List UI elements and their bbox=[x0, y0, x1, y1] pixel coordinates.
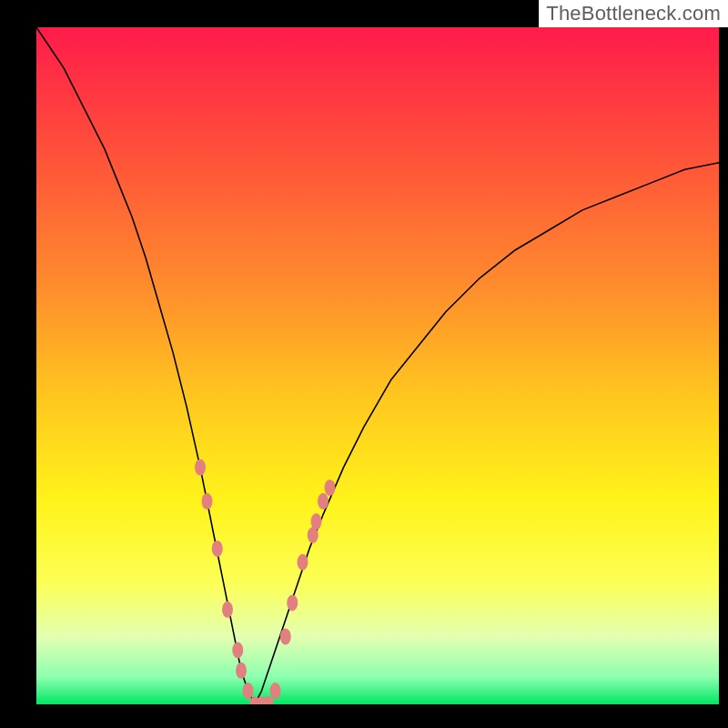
watermark-text: TheBottleneck.com bbox=[546, 2, 721, 25]
frame-left bbox=[0, 0, 36, 728]
frame-bottom bbox=[0, 704, 728, 728]
bottleneck-chart bbox=[0, 0, 728, 728]
watermark-badge: TheBottleneck.com bbox=[539, 0, 728, 27]
frame-right bbox=[719, 0, 728, 728]
